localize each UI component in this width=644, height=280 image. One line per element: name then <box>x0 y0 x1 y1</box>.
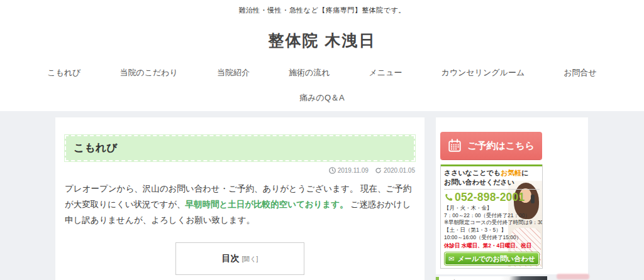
nav-item-menu[interactable]: メニュー <box>369 67 402 78</box>
banner-accent-bar <box>436 277 439 280</box>
site-header: 難治性・慢性・急性など【疼痛専門】整体院です。 整体院 木洩日 こもれび 当院の… <box>0 0 644 111</box>
nav-item-komorebi[interactable]: こもれび <box>47 67 80 78</box>
contact-banner[interactable]: ささいなことでもお気軽に お問い合わせください 052-898-2001 【月・… <box>440 164 543 269</box>
clock-icon <box>329 167 336 174</box>
mail-button-label: メールでのお問い合わせ <box>458 254 535 264</box>
site-tagline: 難治性・慢性・急性など【疼痛専門】整体院です。 <box>0 0 644 15</box>
mail-contact-button[interactable]: ✉ メールでのお問い合わせ <box>445 252 539 265</box>
entry-meta: 2019.11.09 2020.01.05 <box>65 167 415 174</box>
toc-toggle-box[interactable]: 目次[開く] <box>175 242 304 275</box>
article-card: こもれび 2019.11.09 2020.01.05 プレオープンから、沢山のお… <box>55 117 425 280</box>
nav-item-kodawari[interactable]: 当院のこだわり <box>119 67 178 78</box>
nav-item-pain-qa[interactable]: 痛みのQ＆A <box>299 92 344 104</box>
update-icon <box>375 167 382 174</box>
toc-open-label[interactable]: [開く] <box>242 256 258 262</box>
updated-date: 2020.01.05 <box>375 167 415 174</box>
contact-info: ささいなことでもお気軽に お問い合わせください 052-898-2001 【月・… <box>441 166 542 268</box>
reserve-button-label: ご予約はこちら <box>467 140 535 152</box>
sidebar: ご予約はこちら ささいなことでもお気軽に お問い合わせください <box>436 117 588 280</box>
phone-icon <box>444 193 453 202</box>
banner-photo <box>501 277 547 280</box>
main-nav: こもれび 当院のこだわり 当院紹介 施術の流れ メニュー カウンセリングルーム … <box>39 67 605 104</box>
calendar-icon <box>448 139 462 153</box>
site-title-link[interactable]: 整体院 木洩日 <box>0 30 644 51</box>
page-title: こもれび <box>65 135 415 161</box>
partial-pink-widget <box>557 274 589 279</box>
business-hours: 【月・火・木・金】 7：00～22：00（受付終了21：00） ※早朝限定コース… <box>444 205 540 242</box>
banner-accent-bar <box>441 164 542 166</box>
published-date: 2019.11.09 <box>329 167 369 174</box>
mail-icon: ✉ <box>448 255 454 263</box>
divider <box>444 189 540 190</box>
phone-number: 052-898-2001 <box>455 191 525 204</box>
nav-item-shoukai[interactable]: 当院紹介 <box>217 67 250 78</box>
contact-headline: ささいなことでもお気軽に お問い合わせください <box>444 168 540 187</box>
reserve-button[interactable]: ご予約はこちら <box>440 132 542 159</box>
nav-item-contact[interactable]: お問合せ <box>564 67 597 78</box>
phone-link[interactable]: 052-898-2001 <box>444 191 540 204</box>
nav-item-counseling[interactable]: カウンセリングルーム <box>441 67 525 78</box>
content-area: こもれび 2019.11.09 2020.01.05 プレオープンから、沢山のお… <box>55 117 644 280</box>
sidebar-panel: ご予約はこちら ささいなことでもお気軽に お問い合わせください <box>436 117 588 274</box>
closed-days: 休診日 水曜日、第2・4日曜日、祝日 <box>444 242 540 250</box>
nav-item-nagare[interactable]: 施術の流れ <box>289 67 330 78</box>
paragraph-highlight: 早朝時間と土日が比較的空いております。 <box>186 200 348 209</box>
article-paragraph: プレオープンから、沢山のお問い合わせ・ご予約、ありがとうございます。 現在、ご予… <box>65 181 415 229</box>
contact-headline-emphasis: お気軽 <box>501 169 521 176</box>
toc-title: 目次 <box>222 253 240 263</box>
